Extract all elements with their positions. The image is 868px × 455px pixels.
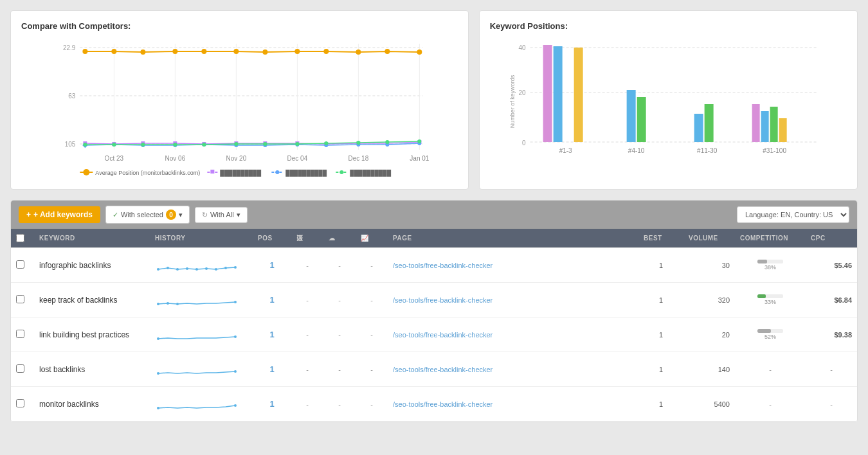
row-4-col2: -	[323, 363, 356, 376]
row-checkbox-4[interactable]	[11, 362, 34, 377]
row-1-checkbox[interactable]	[16, 260, 24, 269]
row-2-history	[150, 287, 253, 313]
row-5-history	[150, 391, 253, 417]
row-3-col3: -	[356, 328, 388, 341]
th-pos: POS	[253, 234, 291, 242]
svg-rect-95	[779, 118, 786, 142]
with-selected-button[interactable]: ✓ With selected 0 ▾	[105, 206, 190, 224]
svg-rect-86	[553, 46, 562, 142]
row-checkbox-1[interactable]	[11, 258, 34, 272]
svg-text:63: 63	[68, 93, 76, 100]
svg-text:██████████: ██████████	[220, 169, 261, 177]
check-icon: ✓	[113, 211, 118, 219]
svg-point-115	[157, 372, 159, 375]
top-row: Compare with Competitors: 22.9 63 105	[10, 10, 858, 190]
row-3-pos: 1	[253, 327, 291, 342]
row-5-page[interactable]: /seo-tools/free-backlink-checker	[388, 398, 638, 411]
svg-point-59	[417, 139, 421, 143]
svg-point-76	[339, 170, 343, 174]
svg-point-102	[176, 268, 179, 271]
right-chart-title: Keyword Positions:	[490, 21, 847, 31]
main-container: Compare with Competitors: 22.9 63 105	[0, 0, 868, 433]
row-1-col2: -	[323, 259, 356, 272]
svg-point-52	[202, 143, 206, 147]
row-checkbox-2[interactable]	[11, 292, 34, 307]
svg-point-58	[385, 140, 389, 144]
left-chart-card: Compare with Competitors: 22.9 63 105	[10, 10, 469, 190]
svg-point-21	[356, 49, 361, 55]
svg-rect-93	[761, 111, 768, 142]
svg-point-116	[234, 370, 237, 373]
row-1-volume: 30	[683, 259, 735, 272]
add-keywords-label: + Add keywords	[33, 210, 93, 219]
row-3-page[interactable]: /seo-tools/free-backlink-checker	[388, 328, 638, 341]
right-chart-card: Keyword Positions: 40 20 0 Number of key…	[479, 10, 858, 190]
row-3-cpc: $9.38	[806, 328, 857, 341]
row-2-competition: 33%	[735, 292, 806, 308]
svg-point-114	[234, 335, 237, 338]
row-checkbox-3[interactable]	[11, 327, 34, 342]
th-competition: COMPETITION	[735, 234, 806, 242]
row-5-best: 1	[638, 398, 683, 411]
svg-point-12	[82, 49, 87, 54]
svg-point-111	[176, 303, 179, 305]
row-2-page[interactable]: /seo-tools/free-backlink-checker	[388, 294, 638, 307]
svg-text:22.9: 22.9	[63, 44, 76, 51]
table-row: monitor backlinks 1 - - - /seo-tools/fre…	[11, 387, 857, 422]
svg-rect-94	[770, 107, 777, 142]
svg-text:Oct 23: Oct 23	[105, 155, 124, 162]
th-icon1: 🖼	[291, 234, 323, 242]
svg-text:#31-100: #31-100	[763, 147, 786, 154]
plus-icon: +	[26, 210, 31, 219]
add-keywords-button[interactable]: + + Add keywords	[19, 206, 100, 223]
svg-point-105	[205, 267, 208, 270]
row-2-best: 1	[638, 294, 683, 307]
svg-text:Nov 20: Nov 20	[226, 155, 247, 162]
svg-text:Nov 06: Nov 06	[165, 155, 186, 162]
row-2-volume: 320	[683, 294, 735, 307]
row-5-volume: 5400	[683, 398, 735, 411]
svg-point-17	[233, 49, 239, 54]
row-4-checkbox[interactable]	[16, 364, 24, 373]
svg-point-110	[167, 302, 169, 305]
row-3-competition: 52%	[735, 326, 806, 343]
svg-point-53	[234, 142, 238, 146]
select-all-checkbox[interactable]	[16, 234, 24, 242]
row-1-page[interactable]: /seo-tools/free-backlink-checker	[388, 259, 638, 272]
table-header: KEYWORD HISTORY POS 🖼 ☁ 📈 PAGE BEST VOLU…	[11, 229, 857, 248]
selected-count-badge: 0	[166, 210, 176, 220]
svg-point-19	[294, 49, 300, 54]
svg-rect-87	[574, 48, 583, 142]
svg-point-118	[234, 404, 237, 407]
svg-point-13	[111, 49, 116, 54]
row-3-col1: -	[291, 328, 323, 341]
row-4-history	[150, 357, 253, 382]
row-checkbox-5[interactable]	[11, 397, 34, 411]
row-5-checkbox[interactable]	[16, 399, 24, 407]
language-select[interactable]: Language: EN, Country: US	[737, 206, 849, 223]
row-1-cpc: $5.46	[806, 259, 857, 272]
svg-point-54	[263, 142, 267, 146]
row-3-best: 1	[638, 328, 683, 341]
svg-text:Average Position (monitorbackl: Average Position (monitorbacklinks.com)	[95, 170, 200, 176]
row-5-pos: 1	[253, 397, 291, 411]
row-2-col3: -	[356, 294, 388, 307]
row-5-col2: -	[323, 398, 356, 411]
row-1-history	[150, 253, 253, 278]
svg-point-101	[167, 267, 169, 269]
row-2-checkbox[interactable]	[16, 295, 24, 303]
svg-point-108	[234, 266, 237, 269]
with-all-button[interactable]: ↻ With All ▾	[195, 207, 248, 223]
row-3-checkbox[interactable]	[16, 330, 24, 338]
svg-point-113	[157, 337, 159, 340]
row-4-best: 1	[638, 363, 683, 376]
svg-point-15	[172, 49, 177, 54]
row-2-keyword: keep track of backlinks	[34, 293, 150, 307]
row-4-page[interactable]: /seo-tools/free-backlink-checker	[388, 363, 638, 376]
svg-text:105: 105	[65, 141, 76, 148]
svg-point-107	[224, 267, 227, 269]
svg-point-57	[356, 141, 360, 145]
row-1-col1: -	[291, 259, 323, 272]
rotate-icon: ↻	[202, 211, 208, 219]
row-2-pos: 1	[253, 292, 291, 307]
